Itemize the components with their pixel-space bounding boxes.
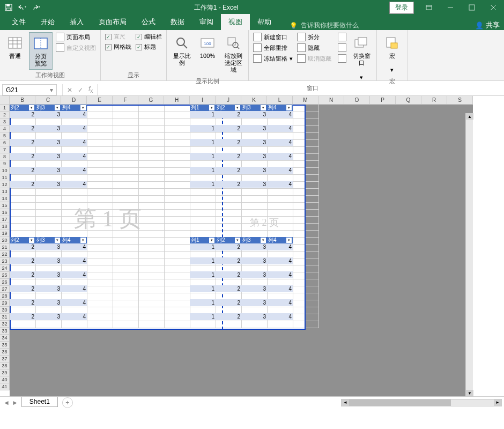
row-header[interactable]: 4 [0, 125, 10, 132]
sheet-nav-next[interactable]: ► [12, 399, 18, 406]
table-cell[interactable] [10, 174, 35, 181]
page-layout-button[interactable]: 页面布局 [55, 32, 97, 42]
table-cell[interactable]: 4 [267, 285, 293, 292]
table-header[interactable]: 列4▾ [61, 237, 87, 243]
table-cell[interactable]: 3 [35, 125, 61, 132]
table-cell[interactable]: 2 [10, 167, 35, 174]
table-cell[interactable] [61, 160, 87, 167]
switch-windows-button[interactable]: 切换窗口▾ [350, 32, 373, 83]
column-header[interactable]: C [35, 96, 61, 105]
tab-layout[interactable]: 页面布局 [91, 14, 134, 30]
row-header[interactable]: 21 [0, 244, 10, 251]
column-header[interactable]: K [241, 96, 267, 105]
table-cell[interactable] [190, 146, 216, 153]
table-cell[interactable] [241, 306, 267, 313]
row-header[interactable]: 18 [0, 223, 10, 230]
row-header[interactable]: 40 [0, 376, 10, 383]
row-header[interactable]: 11 [0, 174, 10, 181]
table-cell[interactable]: 3 [241, 153, 267, 160]
filter-button[interactable]: ▾ [261, 238, 266, 243]
table-header[interactable]: 列2▾ [10, 237, 35, 243]
filter-button[interactable]: ▾ [209, 238, 214, 243]
table-cell[interactable] [241, 118, 267, 125]
name-box[interactable]: G21 ▾ [2, 84, 57, 95]
headings-checkbox[interactable]: ✓标题 [135, 42, 163, 51]
row-header[interactable]: 12 [0, 181, 10, 188]
page-break-preview-button[interactable]: 分页 预览 [29, 32, 53, 70]
table-cell[interactable]: 2 [10, 243, 35, 250]
filter-button[interactable]: ▾ [209, 105, 214, 110]
table-cell[interactable]: 4 [267, 111, 293, 118]
table-cell[interactable]: 1 [190, 153, 216, 160]
reset-position-button[interactable] [337, 54, 347, 63]
table-cell[interactable] [10, 250, 35, 257]
formula-input[interactable] [97, 84, 504, 95]
row-header[interactable]: 33 [0, 328, 10, 335]
scroll-right-button[interactable]: ► [494, 400, 501, 406]
table-cell[interactable] [10, 160, 35, 167]
table-cell[interactable]: 4 [267, 125, 293, 132]
table-header[interactable]: 列3▾ [35, 105, 61, 111]
table-cell[interactable] [10, 118, 35, 125]
row-header[interactable]: 7 [0, 146, 10, 153]
table-cell[interactable]: 2 [216, 257, 241, 264]
table-cell[interactable] [61, 118, 87, 125]
hide-button[interactable]: 隐藏 [296, 43, 332, 53]
table-cell[interactable] [267, 118, 293, 125]
table-cell[interactable] [241, 132, 267, 139]
table-cell[interactable]: 2 [216, 313, 241, 320]
column-header[interactable]: E [87, 96, 113, 105]
column-header[interactable]: S [447, 96, 473, 105]
filter-button[interactable]: ▾ [29, 105, 34, 110]
share-button[interactable]: 👤 共享 [475, 20, 504, 30]
table-cell[interactable]: 4 [61, 181, 87, 188]
table-cell[interactable] [190, 132, 216, 139]
table-cell[interactable] [216, 118, 241, 125]
sheet-nav-prev[interactable]: ◄ [3, 399, 10, 406]
zoom-button[interactable]: 显示比例 [170, 32, 194, 69]
table-cell[interactable] [61, 146, 87, 153]
table-cell[interactable] [190, 278, 216, 285]
table-cell[interactable]: 3 [35, 111, 61, 118]
table-cell[interactable] [35, 132, 61, 139]
table-cell[interactable] [241, 146, 267, 153]
table-cell[interactable]: 1 [190, 139, 216, 146]
table-cell[interactable]: 4 [61, 299, 87, 306]
select-all-corner[interactable] [0, 96, 10, 105]
row-header[interactable]: 13 [0, 188, 10, 195]
table-cell[interactable]: 4 [61, 257, 87, 264]
table-cell[interactable] [10, 292, 35, 299]
table-cell[interactable] [241, 278, 267, 285]
row-header[interactable]: 29 [0, 300, 10, 307]
table-cell[interactable] [35, 146, 61, 153]
scroll-thumb[interactable] [349, 400, 451, 406]
table-cell[interactable]: 2 [216, 125, 241, 132]
table-cell[interactable]: 1 [190, 271, 216, 278]
table-cell[interactable] [61, 174, 87, 181]
tab-view[interactable]: 视图 [221, 14, 250, 30]
table-cell[interactable] [216, 264, 241, 271]
row-header[interactable]: 6 [0, 139, 10, 146]
table-cell[interactable] [216, 306, 241, 313]
formula-bar-checkbox[interactable]: ✓编辑栏 [135, 32, 163, 41]
sync-scroll-button[interactable] [337, 43, 347, 53]
table-cell[interactable]: 3 [35, 243, 61, 250]
column-header[interactable]: M [293, 96, 318, 105]
table-cell[interactable] [216, 146, 241, 153]
table-cell[interactable]: 4 [267, 139, 293, 146]
tab-data[interactable]: 数据 [163, 14, 192, 30]
table-cell[interactable]: 2 [10, 285, 35, 292]
table-header[interactable]: 列4▾ [267, 237, 293, 243]
table-cell[interactable] [10, 306, 35, 313]
table-cell[interactable]: 3 [241, 181, 267, 188]
table-cell[interactable]: 4 [267, 313, 293, 320]
table-cell[interactable] [35, 160, 61, 167]
row-header[interactable]: 25 [0, 272, 10, 279]
table-cell[interactable]: 3 [241, 271, 267, 278]
tab-home[interactable]: 开始 [33, 14, 62, 30]
table-header[interactable]: 列2▾ [10, 105, 35, 111]
column-header[interactable]: R [421, 96, 447, 105]
table-header[interactable]: 列4▾ [267, 105, 293, 111]
table-cell[interactable]: 3 [241, 139, 267, 146]
table-cell[interactable] [10, 278, 35, 285]
